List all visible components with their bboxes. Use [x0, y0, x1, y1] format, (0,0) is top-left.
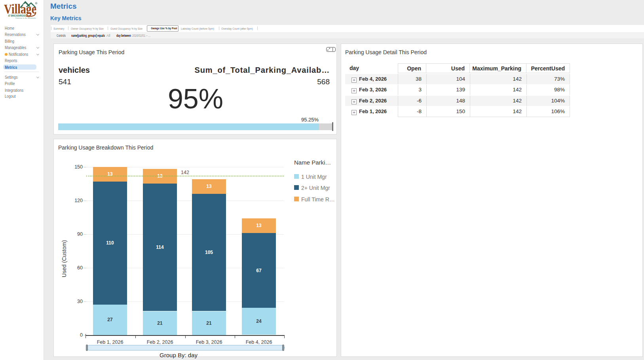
svg-text:Gateway to the Mountains: Gateway to the Mountains: [15, 17, 36, 19]
